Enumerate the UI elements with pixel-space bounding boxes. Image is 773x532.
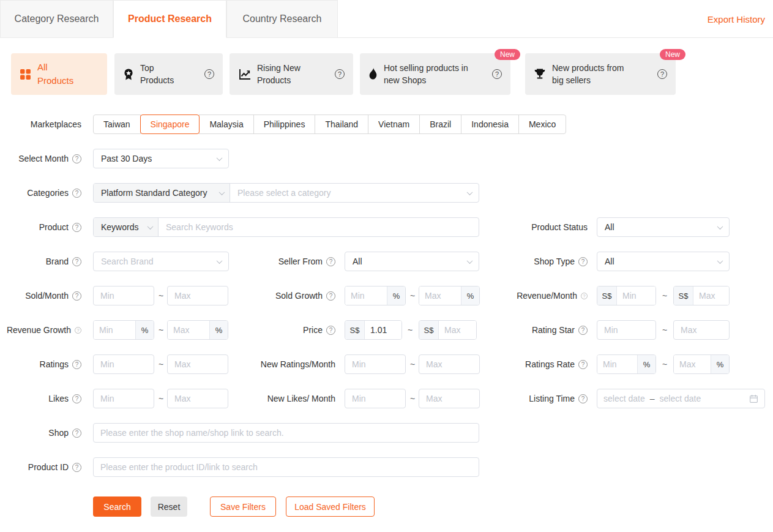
load-saved-filters-button[interactable]: Load Saved Filters bbox=[286, 496, 375, 517]
marketplace-mexico[interactable]: Mexico bbox=[518, 114, 566, 134]
select-month-dropdown[interactable]: Past 30 Days bbox=[93, 149, 229, 168]
chevron-down-icon bbox=[717, 223, 723, 230]
percent-unit: % bbox=[711, 355, 729, 373]
product-id-input[interactable] bbox=[93, 457, 479, 477]
card-new-products-big-sellers[interactable]: New New products from big sellers bbox=[525, 53, 676, 95]
shop-search-input[interactable] bbox=[93, 423, 479, 443]
card-label: Top Products bbox=[140, 62, 181, 87]
sold-month-max-input[interactable] bbox=[167, 286, 228, 305]
help-icon[interactable] bbox=[578, 360, 588, 369]
price-min-input[interactable] bbox=[365, 321, 401, 339]
sold-growth-min-input[interactable] bbox=[345, 287, 387, 305]
row-select-month: Select Month Past 30 Days bbox=[0, 149, 773, 168]
marketplace-taiwan[interactable]: Taiwan bbox=[93, 114, 141, 134]
tab-product-research[interactable]: Product Research bbox=[113, 0, 226, 38]
help-icon[interactable] bbox=[326, 291, 335, 301]
brand-dropdown[interactable]: Search Brand bbox=[93, 252, 229, 271]
card-all-products[interactable]: All Products bbox=[11, 53, 107, 95]
new-ratings-max-input[interactable] bbox=[419, 354, 480, 374]
reset-button[interactable]: Reset bbox=[151, 496, 187, 517]
help-icon[interactable] bbox=[335, 69, 345, 79]
help-icon[interactable] bbox=[326, 257, 335, 266]
marketplace-singapore[interactable]: Singapore bbox=[140, 114, 200, 134]
tab-country-research[interactable]: Country Research bbox=[226, 0, 338, 38]
ratings-rate-max-input[interactable] bbox=[674, 355, 711, 373]
range-separator: ~ bbox=[659, 354, 671, 374]
seller-from-value: All bbox=[353, 257, 362, 266]
new-ratings-min-input[interactable] bbox=[345, 354, 406, 374]
card-top-products[interactable]: Top Products bbox=[114, 53, 223, 95]
top-tab-bar: Category Research Product Research Count… bbox=[0, 0, 773, 38]
revenue-month-max-input[interactable] bbox=[693, 287, 729, 305]
help-icon[interactable] bbox=[204, 69, 214, 79]
marketplace-malaysia[interactable]: Malaysia bbox=[199, 114, 253, 134]
help-icon[interactable] bbox=[72, 291, 81, 301]
rating-star-max-input[interactable] bbox=[673, 320, 730, 340]
product-type-cards: All Products Top Products Rising New Pro… bbox=[0, 53, 773, 95]
seller-from-dropdown[interactable]: All bbox=[345, 252, 479, 271]
tab-label: Product Research bbox=[128, 13, 212, 24]
marketplace-indonesia[interactable]: Indonesia bbox=[461, 114, 519, 134]
product-keywords-input[interactable] bbox=[166, 218, 471, 236]
likes-min-input[interactable] bbox=[93, 389, 154, 408]
new-likes-max-input[interactable] bbox=[419, 389, 480, 408]
search-button[interactable]: Search bbox=[93, 496, 141, 517]
likes-label: Likes bbox=[48, 394, 69, 403]
listing-time-label: Listing Time bbox=[529, 394, 575, 403]
help-icon[interactable] bbox=[72, 189, 81, 198]
category-type-dropdown[interactable]: Platform Standard Category bbox=[94, 184, 230, 202]
product-search-type-dropdown[interactable]: Keywords bbox=[94, 218, 159, 236]
likes-max-input[interactable] bbox=[167, 389, 228, 408]
sold-growth-max-input[interactable] bbox=[419, 287, 461, 305]
help-icon[interactable] bbox=[72, 394, 81, 403]
new-badge: New bbox=[495, 49, 520, 60]
ratings-rate-min-input[interactable] bbox=[597, 355, 637, 373]
help-icon[interactable] bbox=[72, 223, 81, 232]
ratings-min-input[interactable] bbox=[93, 354, 154, 374]
marketplace-vietnam[interactable]: Vietnam bbox=[368, 114, 420, 134]
price-max-input[interactable] bbox=[439, 321, 476, 339]
sold-month-min-input[interactable] bbox=[93, 286, 154, 305]
new-likes-min-input[interactable] bbox=[345, 389, 406, 408]
help-icon[interactable] bbox=[72, 360, 81, 369]
help-icon[interactable] bbox=[72, 257, 81, 266]
sold-month-label: Sold/Month bbox=[25, 291, 69, 301]
ratings-max-input[interactable] bbox=[167, 354, 228, 374]
help-icon[interactable] bbox=[578, 394, 588, 403]
help-icon[interactable] bbox=[75, 327, 81, 334]
chevron-down-icon bbox=[217, 258, 223, 264]
help-icon[interactable] bbox=[72, 463, 81, 472]
marketplace-thailand[interactable]: Thailand bbox=[315, 114, 368, 134]
card-label: Rising New Products bbox=[257, 62, 315, 87]
listing-time-daterange[interactable]: select date – select date bbox=[597, 389, 765, 408]
ratings-rate-label: Ratings Rate bbox=[525, 359, 575, 369]
card-hot-selling-new-shops[interactable]: New Hot selling products in new Shops bbox=[360, 53, 510, 95]
shop-type-dropdown[interactable]: All bbox=[597, 252, 730, 271]
revenue-month-label: Revenue/Month bbox=[517, 291, 577, 301]
tab-category-research[interactable]: Category Research bbox=[0, 0, 113, 38]
marketplace-philippines[interactable]: Philippines bbox=[253, 114, 316, 134]
help-icon[interactable] bbox=[578, 257, 588, 266]
revenue-growth-min-input[interactable] bbox=[94, 321, 135, 339]
help-icon[interactable] bbox=[492, 69, 502, 79]
product-status-dropdown[interactable]: All bbox=[597, 217, 730, 237]
help-icon[interactable] bbox=[326, 326, 335, 335]
range-separator: ~ bbox=[407, 354, 418, 374]
card-rising-new-products[interactable]: Rising New Products bbox=[230, 53, 353, 95]
save-filters-button[interactable]: Save Filters bbox=[210, 496, 276, 517]
category-select-dropdown[interactable]: Please select a category bbox=[230, 184, 479, 202]
revenue-month-min-input[interactable] bbox=[617, 287, 655, 305]
help-icon[interactable] bbox=[581, 293, 588, 299]
help-icon[interactable] bbox=[72, 154, 81, 163]
revenue-growth-max-input[interactable] bbox=[168, 321, 209, 339]
select-month-value: Past 30 Days bbox=[101, 154, 152, 163]
help-icon[interactable] bbox=[72, 429, 81, 438]
help-icon[interactable] bbox=[657, 69, 667, 79]
export-history-link[interactable]: Export History bbox=[708, 0, 765, 38]
currency-unit: S$ bbox=[345, 321, 365, 339]
rating-star-min-input[interactable] bbox=[597, 320, 656, 340]
marketplace-brazil[interactable]: Brazil bbox=[419, 114, 461, 134]
row-sold: Sold/Month ~ Sold Growth % ~ % Revenue/M… bbox=[0, 286, 773, 305]
help-icon[interactable] bbox=[578, 326, 588, 335]
marketplace-button-group: Taiwan Singapore Malaysia Philippines Th… bbox=[93, 114, 566, 134]
